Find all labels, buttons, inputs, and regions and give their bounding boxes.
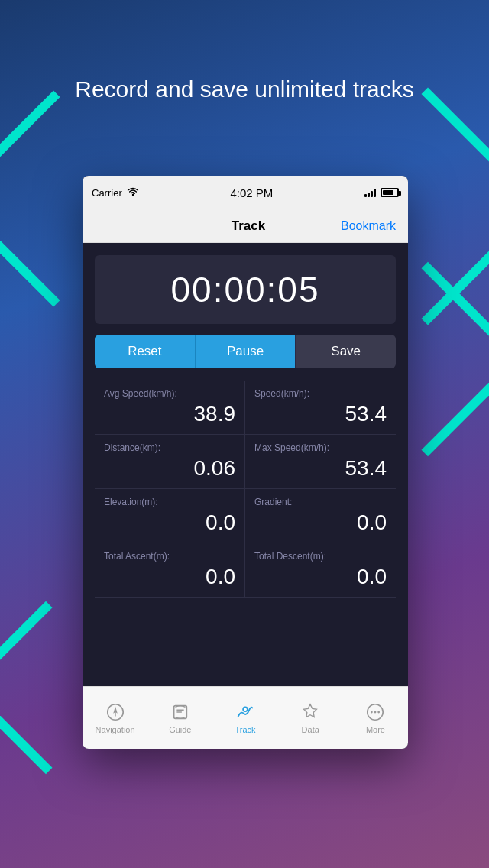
nav-title: Track	[232, 219, 265, 234]
tab-navigation[interactable]: Navigation	[83, 702, 147, 734]
stat-cell-6: Total Ascent(m):0.0	[95, 543, 245, 598]
reset-button[interactable]: Reset	[95, 335, 195, 368]
tab-bar: Navigation Guide Track	[83, 686, 408, 749]
timer-display: 00:00:05	[95, 255, 396, 324]
tab-more-label: More	[366, 725, 385, 734]
svg-point-11	[371, 711, 373, 713]
stat-label-1: Speed(km/h):	[254, 388, 387, 399]
svg-point-0	[132, 194, 134, 196]
tab-data-label: Data	[302, 725, 319, 734]
stat-value-7: 0.0	[254, 565, 387, 589]
stat-label-6: Total Ascent(m):	[104, 551, 235, 562]
wifi-icon	[127, 186, 139, 199]
tab-track-label: Track	[235, 725, 255, 734]
control-buttons: Reset Pause Save	[95, 335, 396, 368]
stat-value-2: 0.06	[104, 456, 235, 481]
status-bar: Carrier 4:02 PM	[83, 176, 408, 209]
status-left: Carrier	[92, 186, 139, 199]
track-icon	[235, 702, 255, 722]
battery-icon	[381, 188, 399, 197]
pause-button[interactable]: Pause	[195, 335, 296, 368]
stat-label-7: Total Descent(m):	[254, 551, 387, 562]
signal-icon	[364, 188, 376, 197]
tab-track[interactable]: Track	[212, 702, 277, 734]
stat-cell-5: Gradient:0.0	[245, 489, 396, 543]
content-area: 00:00:05 Reset Pause Save Avg Speed(km/h…	[83, 243, 408, 610]
status-right	[364, 188, 399, 197]
stat-value-1: 53.4	[254, 402, 387, 426]
nav-bar: Track Bookmark	[83, 209, 408, 243]
more-icon	[365, 702, 385, 722]
data-icon	[300, 702, 320, 722]
stat-cell-0: Avg Speed(km/h):38.9	[95, 381, 245, 435]
tab-navigation-label: Navigation	[96, 725, 135, 734]
stat-value-6: 0.0	[104, 565, 235, 589]
tab-more[interactable]: More	[343, 702, 408, 734]
bookmark-button[interactable]: Bookmark	[341, 219, 396, 233]
stat-value-5: 0.0	[254, 510, 387, 535]
stat-cell-1: Speed(km/h):53.4	[245, 381, 396, 435]
stat-cell-3: Max Speed(km/h):53.4	[245, 435, 396, 489]
stat-label-5: Gradient:	[254, 497, 387, 507]
stat-value-3: 53.4	[254, 456, 387, 481]
time-label: 4:02 PM	[230, 186, 273, 199]
carrier-label: Carrier	[92, 187, 122, 199]
stats-grid: Avg Speed(km/h):38.9Speed(km/h):53.4Dist…	[95, 381, 396, 598]
tab-guide[interactable]: Guide	[147, 702, 212, 734]
stat-label-2: Distance(km):	[104, 442, 235, 453]
svg-point-8	[244, 708, 247, 711]
stat-value-0: 38.9	[104, 402, 235, 426]
guide-icon	[170, 702, 190, 722]
stat-cell-7: Total Descent(m):0.0	[245, 543, 396, 598]
phone-frame: Carrier 4:02 PM	[83, 176, 408, 749]
svg-point-12	[374, 711, 377, 713]
navigation-icon	[105, 702, 125, 722]
stat-cell-4: Elevation(m):0.0	[95, 489, 245, 543]
stat-label-4: Elevation(m):	[104, 497, 235, 507]
svg-point-13	[378, 711, 381, 713]
stat-label-3: Max Speed(km/h):	[254, 442, 387, 453]
svg-marker-9	[304, 704, 317, 717]
timer-value: 00:00:05	[170, 270, 319, 309]
tab-data[interactable]: Data	[278, 702, 343, 734]
save-button[interactable]: Save	[295, 335, 396, 368]
tab-guide-label: Guide	[169, 725, 191, 734]
stat-label-0: Avg Speed(km/h):	[104, 388, 235, 399]
stat-cell-2: Distance(km):0.06	[95, 435, 245, 489]
stat-value-4: 0.0	[104, 510, 235, 535]
headline: Record and save unlimited tracks	[0, 76, 489, 102]
